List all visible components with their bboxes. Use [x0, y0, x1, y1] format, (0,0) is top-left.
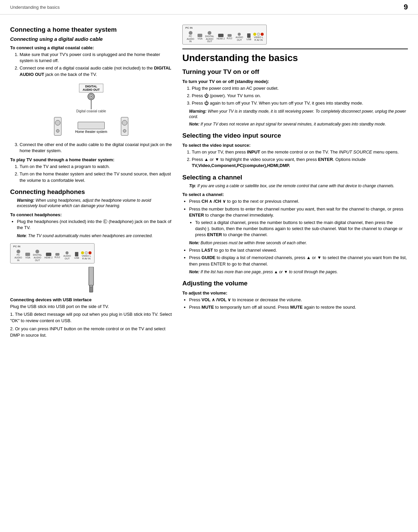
volume-bullets: Press VOL ∧ /VOL ∨ to increase or decrea…: [189, 297, 408, 310]
channel-bullets: Press CH ∧ /CH ∨ to go to the next or pr…: [189, 198, 408, 238]
port-icon-pc-audio: [17, 250, 20, 253]
digital-out-label: DIGITALAUDIO OUT: [79, 84, 104, 92]
warning1-text: When your TV is in standby mode, it is s…: [189, 109, 406, 119]
speaker-circle-large: [55, 120, 60, 125]
channel-note1: Note: Button presses must be within thre…: [189, 240, 408, 246]
coaxial-step-1: Make sure that your TV's power cord is u…: [20, 52, 172, 64]
left-column: Connecting a home theater system Connect…: [10, 21, 172, 340]
tip-label: Tip: [189, 184, 195, 188]
speakers-diagram: Home theater system: [54, 117, 128, 136]
note1: Note: If your TV does not receive an inp…: [189, 121, 408, 127]
tip-text: : If you are using a cable or satellite …: [195, 184, 394, 188]
port-icon-usb: [75, 252, 78, 256]
port-vga-top: VGA: [198, 34, 203, 40]
port-pc-audio-2: PC AUDIO IN: [13, 250, 23, 261]
port-icon-rj12: [55, 253, 59, 256]
play-heading: To play TV sound through a home theater …: [10, 157, 172, 162]
speaker-box-left: [54, 117, 61, 136]
pc-in-label-top: PC IN: [185, 26, 264, 29]
video-input-step-2: Press ▲ or ▼ to highlight the video sour…: [192, 157, 408, 169]
coaxial-port-icon: [86, 92, 96, 109]
play-step-2: Turn on the home theater system and sele…: [20, 171, 172, 183]
pc-in-label-2: PC IN: [13, 245, 92, 248]
channel-bullet-last: Press LAST to go to the last channel vie…: [189, 247, 408, 253]
turn-on-step-2: Press ⏻ (power). Your TV turns on.: [192, 93, 408, 99]
usb-body2: 1. The USB detect message will pop out w…: [10, 311, 172, 324]
speaker-left: [54, 117, 61, 136]
port-icon-digital-audio-top: [208, 31, 211, 35]
port-digital-audio-2: DIGITAL AUDIO OUT: [32, 250, 43, 261]
port-icon-audio-r: [88, 251, 92, 254]
channel-note2-label: Note:: [189, 270, 200, 274]
cable-label: Digital coaxial cable: [76, 109, 106, 113]
usb-body3: 2. Or you can press INPUT button on the …: [10, 326, 172, 339]
channel-heading: To select a channel:: [182, 192, 408, 197]
page-header: Understanding the basics 9: [0, 0, 418, 15]
port-icon-audio-l: [85, 251, 88, 254]
channel-bullet-1: Press CH ∧ /CH ∨ to go to the next or pr…: [189, 198, 408, 204]
speaker-box-right: [121, 117, 128, 136]
channel-bullet-guide: Press GUIDE to display a list of memoriz…: [189, 255, 408, 267]
coaxial-steps: Make sure that your TV's power cord is u…: [20, 52, 172, 78]
warning1: Warning: When your TV is in standby mode…: [189, 109, 408, 120]
port-pc-audio-top: PC AUDIO IN: [185, 31, 195, 43]
note-text: : The TV sound automatically mutes when …: [26, 233, 153, 238]
note1-text: If your TV does not receive an input sig…: [201, 122, 386, 127]
coaxial-step-2: Connect one end of a digital coaxial aud…: [20, 65, 172, 77]
channel-section-title: Selecting a channel: [182, 174, 408, 181]
usb-section-title: Connecting devices with USB interface: [10, 297, 172, 302]
port-icon-video-top: [253, 33, 256, 36]
warning-label: Warning:: [17, 198, 34, 203]
coaxial-step-3: Connect the other end of the audio cable…: [20, 142, 172, 154]
header-title: Understanding the basics: [10, 5, 60, 10]
channel-note2-text: If the list has more than one page, pres…: [201, 270, 338, 274]
speaker-circle-small: [56, 129, 59, 133]
main-title: Understanding the basics: [182, 53, 408, 63]
turn-on-heading: To turn your TV on or off (standby mode)…: [182, 79, 408, 84]
note-label: Note: [17, 233, 26, 238]
content-area: Connecting a home theater system Connect…: [0, 15, 418, 347]
port-icon-audio-r-top: [261, 33, 264, 36]
headphone-bullet: Plug the headphones (not included) into …: [17, 219, 172, 231]
headphone-bullet-list: Plug the headphones (not included) into …: [17, 219, 172, 231]
port-digital-audio-top: DIGITAL AUDIO OUT: [205, 31, 215, 43]
volume-bullet-1: Press VOL ∧ /VOL ∨ to increase or decrea…: [189, 297, 408, 303]
port-icon-vga-top: [198, 34, 202, 37]
home-theater-center: Home theater system: [75, 122, 107, 134]
port-icon-audio-out-top: [238, 33, 241, 36]
port-video-av-2: VIDEO L R AV IN: [81, 251, 92, 260]
coaxial-diagram: DIGITALAUDIO OUT Digital coaxial cable: [10, 84, 172, 136]
page-container: Understanding the basics 9 Connecting a …: [0, 0, 418, 532]
svg-point-2: [90, 96, 92, 97]
receiver-box: [78, 122, 105, 129]
note1-label: Note:: [189, 122, 200, 127]
port-icon-rca-group: [81, 251, 92, 254]
speaker-circle-small-r: [123, 129, 126, 133]
channel-sub-bullets: To select a digital channel, press the n…: [195, 220, 408, 238]
port-vga-2: VGA: [25, 253, 30, 259]
warning-text: When using headphones, adjust the headph…: [17, 198, 151, 208]
channel-bullet-2: Press the number buttons to enter the ch…: [189, 206, 408, 238]
main-divider: [182, 49, 408, 49]
coaxial-heading: To connect using a digital coaxial cable…: [10, 45, 172, 50]
video-input-heading: To select the video input source:: [182, 143, 408, 148]
tv-panel-row-2: PC AUDIO IN VGA DIGITAL AUDIO OUT H: [13, 250, 92, 261]
svg-point-6: [89, 285, 93, 287]
tv-panel-illustration-top: PC IN PC AUDIO IN VGA DIGITAL AUDIO O: [182, 25, 408, 45]
headphone-warning: Warning: When using headphones, adjust t…: [17, 198, 172, 209]
section2-title: Connecting headphones: [10, 188, 172, 196]
channel-tip: Tip: If you are using a cable or satelli…: [189, 183, 408, 189]
usb-diagram: [10, 267, 172, 294]
video-input-section-title: Selecting the video input source: [182, 132, 408, 139]
port-icon-hdmi-top: [218, 34, 224, 37]
right-column: PC IN PC AUDIO IN VGA DIGITAL AUDIO O: [182, 21, 408, 340]
usb-connector-svg: [83, 267, 100, 294]
port-audio-out-2: AUDIO OUT: [62, 251, 72, 260]
page-number: 9: [404, 3, 408, 11]
warning1-label: Warning:: [189, 109, 207, 114]
video-input-step-1: Turn on your TV, then press INPUT on the…: [192, 149, 408, 155]
play-step-1: Turn on the TV and select a program to w…: [20, 164, 172, 170]
tv-panel-box-2: PC IN PC AUDIO IN VGA DIGITAL AUDIO O: [10, 243, 95, 263]
port-video-av-top: VIDEO L R AV IN: [253, 33, 264, 41]
section1-title: Connecting a home theater system: [10, 26, 172, 33]
